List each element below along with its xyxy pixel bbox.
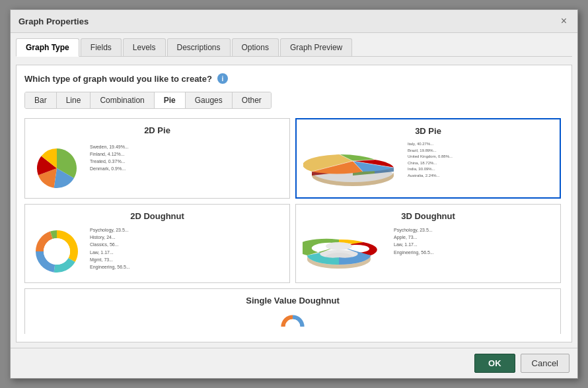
tab-bar: Graph Type Fields Levels Descriptions Op… <box>16 38 572 57</box>
graph-visual-2d-pie: Sweden, 19.49%... Finland, 4.12%... Trea… <box>32 141 283 191</box>
svg-point-9 <box>326 242 352 250</box>
svg-point-6 <box>44 238 70 265</box>
graph-card-3d-pie[interactable]: 3D Pie <box>295 118 561 199</box>
type-btn-combination[interactable]: Combination <box>91 92 154 108</box>
2d-doughnut-legend: Psychology, 23.5... History, 24... Class… <box>90 226 130 271</box>
question-text: Which type of graph would you like to cr… <box>24 74 212 84</box>
graph-card-3d-doughnut[interactable]: 3D Doughnut <box>295 204 561 283</box>
info-icon[interactable]: i <box>217 73 228 84</box>
graph-visual-2d-doughnut: Psychology, 23.5... History, 24... Class… <box>32 226 283 276</box>
graph-type-scroll-area[interactable]: 2D Pie <box>24 118 564 334</box>
dialog-body: Graph Type Fields Levels Descriptions Op… <box>11 33 577 348</box>
content-area: Which type of graph would you like to cr… <box>16 65 572 342</box>
graph-card-2d-pie[interactable]: 2D Pie <box>24 118 290 199</box>
question-row: Which type of graph would you like to cr… <box>24 73 564 84</box>
2d-pie-svg <box>32 143 85 189</box>
type-button-group: Bar Line Combination Pie Gauges Other <box>24 92 272 109</box>
svg-point-10 <box>285 319 300 334</box>
graph-properties-dialog: Graph Properties × Graph Type Fields Lev… <box>10 9 578 379</box>
type-btn-gauges[interactable]: Gauges <box>186 92 233 108</box>
3d-doughnut-legend: Psychology, 23.5... Apple, 73... Law, 1.… <box>394 226 434 256</box>
graph-visual-3d-doughnut: Psychology, 23.5... Apple, 73... Law, 1.… <box>303 226 554 276</box>
tab-descriptions[interactable]: Descriptions <box>167 38 231 56</box>
graph-card-title-2d-pie: 2D Pie <box>144 125 170 135</box>
graph-card-2d-doughnut[interactable]: 2D Doughnut <box>24 204 290 283</box>
single-value-doughnut-svg <box>273 311 312 334</box>
2d-doughnut-svg <box>32 226 85 276</box>
graph-card-single-value-doughnut[interactable]: Single Value Doughnut <box>24 288 561 334</box>
3d-doughnut-svg <box>303 226 388 276</box>
3d-pie-svg <box>303 141 402 191</box>
dialog-footer: OK Cancel <box>11 348 577 378</box>
graph-card-title-3d-doughnut: 3D Doughnut <box>401 211 455 221</box>
graph-card-title-3d-pie: 3D Pie <box>415 126 441 136</box>
tab-options[interactable]: Options <box>232 38 279 56</box>
dialog-title: Graph Properties <box>18 16 89 26</box>
3d-pie-legend: Italy, 40.27%... Brazil, 19.89%... Unite… <box>408 141 453 179</box>
graph-card-title-single-value-doughnut: Single Value Doughnut <box>246 296 340 306</box>
type-btn-line[interactable]: Line <box>57 92 91 108</box>
graph-visual-single-value-doughnut <box>32 311 554 334</box>
tab-graph-type[interactable]: Graph Type <box>16 38 79 57</box>
type-btn-other[interactable]: Other <box>233 92 271 108</box>
2d-pie-legend: Sweden, 19.49%... Finland, 4.12%... Trea… <box>90 143 129 173</box>
tab-graph-preview[interactable]: Graph Preview <box>280 38 352 56</box>
graph-visual-3d-pie: Italy, 40.27%... Brazil, 19.89%... Unite… <box>303 141 553 191</box>
graph-grid: 2D Pie <box>24 118 564 334</box>
dialog-header: Graph Properties × <box>11 10 577 33</box>
type-btn-pie[interactable]: Pie <box>155 92 186 108</box>
graph-card-title-2d-doughnut: 2D Doughnut <box>130 211 184 221</box>
cancel-button[interactable]: Cancel <box>521 354 570 373</box>
tab-fields[interactable]: Fields <box>81 38 122 56</box>
type-btn-bar[interactable]: Bar <box>25 92 57 108</box>
close-button[interactable]: × <box>558 15 570 27</box>
ok-button[interactable]: OK <box>474 354 515 373</box>
tab-levels[interactable]: Levels <box>123 38 166 56</box>
